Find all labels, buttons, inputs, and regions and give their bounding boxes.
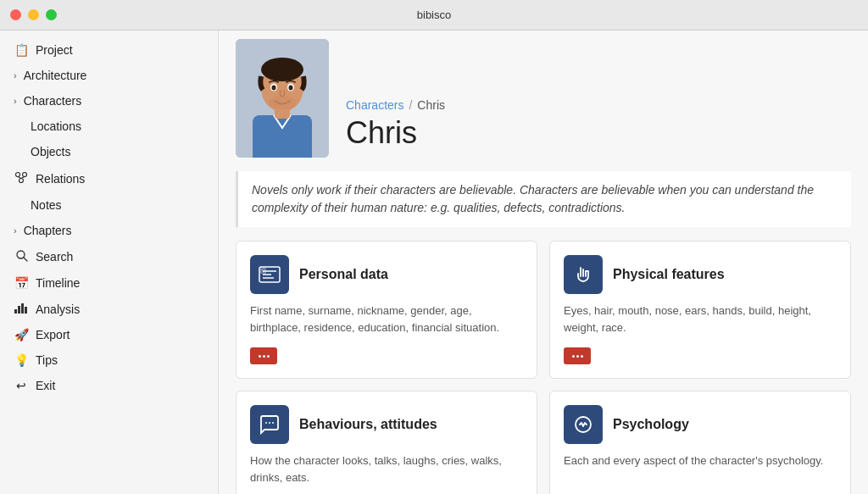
chevron-icon: › bbox=[14, 96, 17, 106]
sidebar-label-characters: Characters bbox=[24, 94, 81, 108]
sidebar-item-relations[interactable]: Relations bbox=[0, 164, 218, 192]
close-button[interactable] bbox=[10, 9, 21, 20]
sidebar-label-architecture: Architecture bbox=[24, 69, 87, 82]
sidebar-item-project[interactable]: 📋 Project bbox=[0, 37, 218, 63]
relations-icon bbox=[14, 170, 29, 186]
svg-point-20 bbox=[269, 96, 296, 109]
physical-features-title: Physical features bbox=[613, 267, 725, 282]
breadcrumb-separator: / bbox=[409, 98, 412, 112]
svg-line-6 bbox=[24, 258, 27, 261]
window-controls bbox=[10, 9, 57, 20]
sidebar-label-exit: Exit bbox=[36, 379, 55, 392]
svg-point-19 bbox=[289, 86, 293, 91]
breadcrumb-parent[interactable]: Characters bbox=[346, 98, 403, 112]
sidebar-label-timeline: Timeline bbox=[36, 276, 80, 290]
svg-point-15 bbox=[261, 58, 303, 81]
behaviours-icon bbox=[250, 405, 289, 444]
svg-rect-10 bbox=[25, 307, 27, 314]
psychology-title: Psychology bbox=[613, 417, 689, 432]
svg-rect-12 bbox=[253, 115, 312, 158]
title-bar: bibisco bbox=[0, 0, 868, 31]
breadcrumb-current: Chris bbox=[417, 98, 445, 112]
character-avatar bbox=[236, 39, 329, 158]
sidebar-item-timeline[interactable]: 📅 Timeline bbox=[0, 270, 218, 296]
personal-data-icon bbox=[250, 255, 289, 294]
chevron-icon: › bbox=[14, 70, 17, 80]
dot bbox=[581, 355, 583, 358]
behaviours-title: Behaviours, attitudes bbox=[299, 417, 437, 432]
search-icon bbox=[14, 249, 29, 264]
sidebar-label-relations: Relations bbox=[36, 172, 85, 186]
svg-point-1 bbox=[23, 173, 27, 177]
svg-rect-25 bbox=[260, 268, 266, 274]
psychology-desc: Each and every aspect of the character's… bbox=[564, 452, 837, 469]
personal-data-title: Personal data bbox=[299, 267, 388, 282]
svg-rect-8 bbox=[18, 306, 20, 314]
psychology-icon bbox=[564, 405, 603, 444]
sidebar-item-chapters[interactable]: › Chapters bbox=[0, 218, 218, 243]
physical-features-desc: Eyes, hair, mouth, nose, ears, hands, bu… bbox=[564, 303, 837, 336]
sidebar-label-locations: Locations bbox=[31, 119, 81, 133]
card-personal-data[interactable]: Personal data First name, surname, nickn… bbox=[236, 241, 537, 379]
export-icon: 🚀 bbox=[14, 328, 29, 341]
sidebar-item-architecture[interactable]: › Architecture bbox=[0, 63, 218, 88]
svg-point-26 bbox=[265, 422, 267, 424]
svg-rect-7 bbox=[14, 309, 17, 314]
character-header: Characters / Chris Chris bbox=[219, 31, 868, 171]
physical-features-icon bbox=[564, 255, 603, 294]
card-header: Psychology bbox=[564, 405, 837, 444]
card-behaviours[interactable]: Behaviours, attitudes How the character … bbox=[236, 391, 537, 494]
project-icon: 📋 bbox=[14, 43, 29, 57]
character-info: Characters / Chris Chris bbox=[346, 98, 462, 158]
dot bbox=[267, 355, 270, 358]
card-psychology[interactable]: Psychology Each and every aspect of the … bbox=[549, 391, 851, 494]
svg-point-28 bbox=[272, 422, 274, 424]
dot bbox=[259, 355, 261, 358]
card-header: Personal data bbox=[250, 255, 523, 294]
analysis-icon bbox=[14, 302, 29, 316]
main-content: Characters / Chris Chris Novels only wor… bbox=[219, 31, 868, 494]
app-title: bibisco bbox=[417, 8, 451, 21]
minimize-button[interactable] bbox=[28, 9, 39, 20]
sidebar-label-project: Project bbox=[36, 43, 73, 57]
personal-data-badge bbox=[250, 347, 277, 364]
svg-point-2 bbox=[19, 179, 24, 183]
sidebar-label-chapters: Chapters bbox=[24, 224, 72, 237]
sidebar-item-notes[interactable]: Notes bbox=[0, 192, 218, 218]
sidebar-item-exit[interactable]: ↩ Exit bbox=[0, 373, 218, 398]
maximize-button[interactable] bbox=[46, 9, 57, 20]
behaviours-desc: How the character looks, talks, laughs, … bbox=[250, 452, 523, 486]
card-header: Physical features bbox=[564, 255, 837, 294]
sidebar-item-search[interactable]: Search bbox=[0, 243, 218, 270]
sidebar-item-export[interactable]: 🚀 Export bbox=[0, 322, 218, 347]
personal-data-desc: First name, surname, nickname, gender, a… bbox=[250, 303, 523, 336]
sidebar-label-tips: Tips bbox=[36, 353, 58, 367]
sidebar-label-analysis: Analysis bbox=[36, 303, 80, 316]
badge-dots bbox=[572, 355, 583, 358]
sidebar-label-notes: Notes bbox=[31, 198, 62, 212]
sidebar-item-tips[interactable]: 💡 Tips bbox=[0, 347, 218, 373]
tips-icon: 💡 bbox=[14, 353, 29, 367]
character-quote: Novels only work if their characters are… bbox=[236, 171, 851, 227]
sidebar-item-analysis[interactable]: Analysis bbox=[0, 296, 218, 322]
svg-line-3 bbox=[18, 177, 21, 179]
sidebar-item-locations[interactable]: Locations bbox=[0, 114, 218, 139]
sidebar-item-objects[interactable]: Objects bbox=[0, 139, 218, 164]
dot bbox=[572, 355, 575, 358]
timeline-icon: 📅 bbox=[14, 276, 29, 290]
physical-features-badge bbox=[564, 347, 591, 364]
sidebar-item-characters[interactable]: › Characters bbox=[0, 88, 218, 114]
svg-point-0 bbox=[16, 173, 20, 177]
svg-line-4 bbox=[21, 177, 25, 179]
chevron-icon: › bbox=[14, 225, 17, 236]
breadcrumb: Characters / Chris bbox=[346, 98, 462, 115]
svg-point-27 bbox=[269, 422, 270, 424]
card-header: Behaviours, attitudes bbox=[250, 405, 523, 444]
character-name: Chris bbox=[346, 115, 462, 158]
cards-grid: Personal data First name, surname, nickn… bbox=[219, 241, 868, 494]
card-physical-features[interactable]: Physical features Eyes, hair, mouth, nos… bbox=[549, 241, 851, 379]
dot bbox=[576, 355, 579, 358]
sidebar: 📋 Project › Architecture › Characters Lo… bbox=[0, 31, 219, 494]
badge-dots bbox=[259, 355, 270, 358]
sidebar-label-objects: Objects bbox=[31, 145, 70, 158]
